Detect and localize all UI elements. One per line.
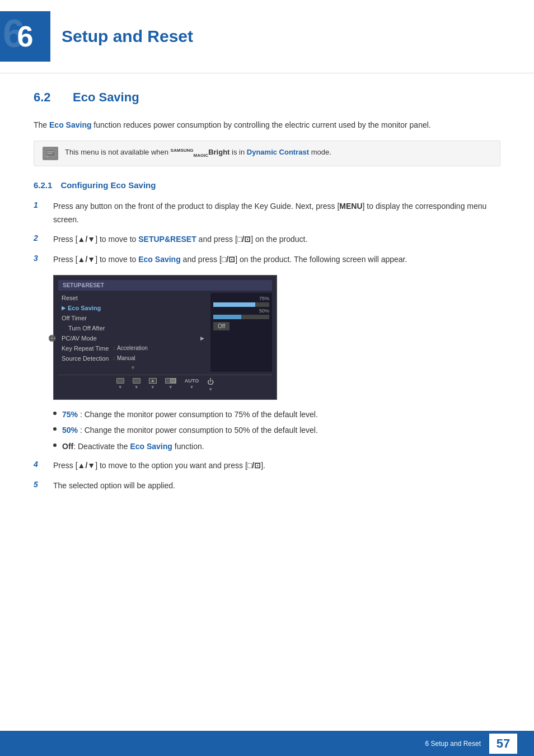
menu-item-eco-saving: ▶ Eco Saving	[58, 303, 208, 313]
step-number-4: 4	[34, 460, 48, 469]
note-box: This menu is not available when SAMSUNGM…	[34, 141, 500, 166]
svg-rect-0	[46, 150, 55, 156]
menu-item-off-timer-label: Off Timer	[62, 315, 87, 321]
75-highlight: 75%	[62, 410, 78, 419]
source-detection-value: Manual	[117, 355, 135, 361]
eco-saving-step-highlight: Eco Saving	[138, 255, 180, 264]
menu-item-reset: Reset	[58, 293, 208, 303]
key-repeat-value: Acceleration	[117, 345, 148, 351]
toolbar-btn-3: ▲ ▼	[149, 378, 157, 392]
menu-item-reset-label: Reset	[62, 295, 78, 301]
menu-item-off-timer: Off Timer	[58, 313, 208, 323]
note-text: This menu is not available when SAMSUNGM…	[65, 147, 331, 159]
samsung-magic-bright: SAMSUNGMAGICBright	[171, 148, 230, 156]
menu-toolbar: ▼ ▼ ▲ ▼ ▼ AUTO ▼	[58, 375, 272, 395]
step-number-1: 1	[34, 200, 48, 209]
step-4: 4 Press [▲/▼] to move to the option you …	[34, 459, 500, 473]
menu-item-source-detection: Source Detection : Manual	[58, 353, 208, 363]
toolbar-icon-1	[116, 378, 124, 384]
menu-item-pcav-mode: PC/AV Mode ▶	[58, 333, 208, 343]
step-2: 2 Press [▲/▼] to move to SETUP&RESET and…	[34, 233, 500, 246]
menu-title-bar: SETUP&RESET	[58, 280, 272, 291]
step-text-2: Press [▲/▼] to move to SETUP&RESET and p…	[53, 233, 500, 246]
step-number-3: 3	[34, 254, 48, 263]
chapter-watermark: 6	[3, 14, 25, 53]
menu-item-source-detection-label: Source Detection	[62, 355, 109, 362]
setup-reset-highlight: SETUP&RESET	[138, 235, 196, 244]
dynamic-contrast-highlight: Dynamic Contrast	[247, 148, 309, 156]
subsection-title: Configuring Eco Saving	[60, 180, 156, 190]
step-text-5: The selected option will be applied.	[53, 479, 500, 493]
step-text-4: Press [▲/▼] to move to the option you wa…	[53, 459, 500, 473]
menu-right-75-label: 75%	[213, 296, 269, 301]
toolbar-btn-power: ⏻ ▼	[207, 378, 214, 392]
50-highlight: 50%	[62, 426, 78, 435]
menu-item-key-repeat: Key Repeat Time : Acceleration	[58, 343, 208, 353]
step-3: 3 Press [▲/▼] to move to Eco Saving and …	[34, 253, 500, 267]
off-option-label: Off	[213, 322, 229, 330]
section-title: Eco Saving	[73, 90, 139, 105]
step-5: 5 The selected option will be applied.	[34, 479, 500, 493]
step-number-5: 5	[34, 480, 48, 489]
eco-saving-off-highlight: Eco Saving	[130, 442, 172, 451]
section-heading: 6.2 Eco Saving	[34, 90, 500, 105]
menu-item-pcav-mode-label: PC/AV Mode	[62, 335, 97, 342]
svg-point-5	[51, 337, 53, 339]
step-text-1: Press any button on the front of the pro…	[53, 200, 500, 227]
toolbar-btn-1: ▼	[116, 378, 124, 392]
page-title: Setup and Reset	[62, 27, 193, 46]
progress-bar-50	[213, 315, 269, 319]
step-number-2: 2	[34, 234, 48, 242]
off-highlight: Off	[62, 442, 73, 451]
chapter-box: 6 6	[0, 11, 50, 62]
bullet-dot-off	[53, 444, 57, 447]
progress-fill-75	[213, 302, 255, 307]
eco-saving-highlight: Eco Saving	[49, 120, 91, 129]
footer-page-number: 57	[489, 734, 517, 754]
step-text-3: Press [▲/▼] to move to Eco Saving and pr…	[53, 253, 500, 267]
menu-item-turn-off-after-label: Turn Off After	[68, 325, 105, 332]
bullet-list: 75% : Change the monitor power consumpti…	[53, 408, 500, 452]
main-content: 6.2 Eco Saving The Eco Saving function r…	[0, 90, 534, 544]
toolbar-btn-2: ▼	[133, 378, 140, 392]
bullet-text-off: Off: Deactivate the Eco Saving function.	[62, 440, 204, 452]
footer-text: 6 Setup and Reset	[425, 740, 481, 748]
footer: 6 Setup and Reset 57	[0, 731, 534, 756]
section-number: 6.2	[34, 90, 62, 105]
progress-bar-75	[213, 302, 269, 307]
subsection-number: 6.2.1	[34, 180, 52, 190]
bullet-item-75: 75% : Change the monitor power consumpti…	[53, 408, 500, 421]
menu-item-key-repeat-label: Key Repeat Time	[62, 345, 109, 352]
toolbar-btn-auto: AUTO ▼	[185, 378, 199, 392]
toolbar-btn-4: ▼	[165, 378, 176, 392]
note-icon	[43, 147, 58, 160]
bullet-text-50: 50% : Change the monitor power consumpti…	[62, 424, 318, 436]
menu-screenshot: SETUP&RESET Reset ▶ Eco Saving Off Timer…	[53, 275, 277, 400]
menu-item-turn-off-after: Turn Off After	[58, 323, 208, 333]
menu-item-eco-saving-label: Eco Saving	[68, 305, 101, 311]
body-intro: The Eco Saving function reduces power co…	[34, 119, 500, 132]
progress-fill-50	[213, 315, 241, 319]
toolbar-icon-2	[133, 378, 140, 384]
bullet-item-off: Off: Deactivate the Eco Saving function.	[53, 440, 500, 452]
menu-right-50-label: 50%	[213, 308, 269, 314]
bullet-dot-50	[53, 427, 57, 431]
bullet-text-75: 75% : Change the monitor power consumpti…	[62, 408, 318, 421]
step-1: 1 Press any button on the front of the p…	[34, 200, 500, 227]
bullet-dot-75	[53, 412, 57, 415]
subsection-heading: 6.2.1 Configuring Eco Saving	[34, 180, 500, 190]
bullet-item-50: 50% : Change the monitor power consumpti…	[53, 424, 500, 436]
header-section: 6 6 Setup and Reset	[0, 0, 534, 73]
